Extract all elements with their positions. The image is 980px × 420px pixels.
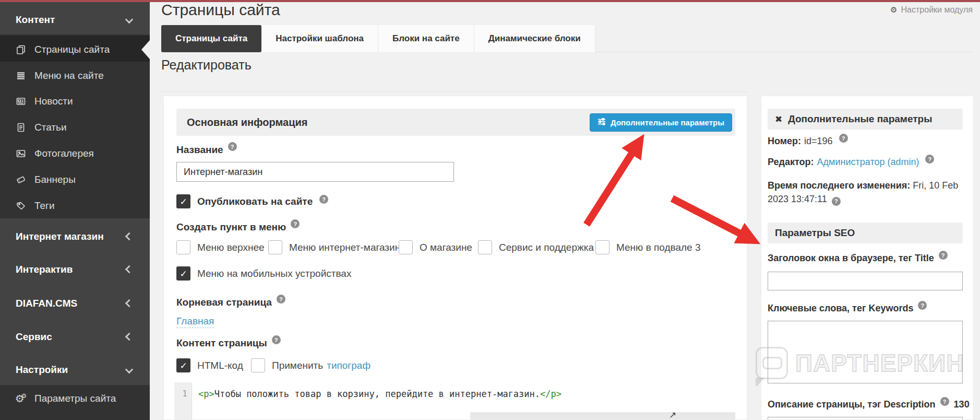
editor-user-link[interactable]: Администратор (admin) [817,157,919,168]
help-icon[interactable]: ? [925,155,934,164]
menu-option-label[interactable]: Меню интернет-магазин [289,242,400,253]
help-icon[interactable]: ? [839,134,848,143]
editor-row: Редактор: Администратор (admin) ? [768,157,934,168]
name-field-label: Название ? [176,144,237,156]
keywords-textarea[interactable] [768,321,963,383]
code-text: Чтобы положить товар в корзину, перейдит… [214,389,540,399]
subtitle-divider [161,91,747,92]
help-icon[interactable]: ? [918,301,927,310]
html-checkbox-label[interactable]: HTML-код [197,360,243,371]
article-icon [16,122,26,133]
pages-icon [16,44,26,55]
mobile-menu-row: ✓ Меню на мобильных устройствах [176,266,351,281]
tab-dynamic-blocks[interactable]: Динамические блоки [474,25,595,52]
sidebar-section-settings[interactable]: Настройки [0,363,150,377]
advanced-parameters-button[interactable]: Дополнительные параметры [590,113,732,132]
menu-option: О магазине [399,240,472,254]
sidebar-section-interactive[interactable]: Интерактив [0,262,150,277]
close-icon[interactable]: ✖ [775,114,782,124]
publish-checkbox-row: ✓ Опубликовать на сайте ? [176,194,328,208]
chevron-left-icon [125,299,134,308]
html-checkbox-group: ✓ HTML-код [176,358,243,372]
publish-label[interactable]: Опубликовать на сайте [197,196,313,207]
sidebar-item-label: Баннеры [34,174,76,185]
menu-option-label[interactable]: Сервис и поддержка [499,242,594,253]
editor-resize-bar[interactable] [470,412,735,420]
help-icon[interactable]: ? [939,251,948,260]
top-accent-strip [0,0,980,2]
sidebar-item-photo-gallery[interactable]: Фотогалерея [0,146,150,161]
code-line: <p>Чтобы положить товар в корзину, перей… [198,389,561,399]
chevron-left-icon [125,333,134,341]
html-checkbox[interactable]: ✓ [176,358,190,372]
sidebar-group-content[interactable]: Контент [0,13,150,27]
menu-option: Меню интернет-магазин [268,240,400,254]
menu-option-checkbox[interactable] [399,240,413,254]
menu-option-checkbox[interactable] [268,240,282,254]
tab-site-pages[interactable]: Страницы сайта [161,25,261,52]
sidebar-item-news[interactable]: Новости [0,94,150,109]
sidebar-item-label: Страницы сайта [34,44,110,55]
number-row: Номер: id=196 ? [768,136,848,147]
menu-options-row: Меню верхнее Меню интернет-магазин О маг… [164,240,747,255]
gallery-icon [16,148,26,159]
help-icon[interactable]: ? [291,219,300,228]
mobile-menu-checkbox[interactable]: ✓ [176,266,190,281]
sidebar-item-banners[interactable]: Баннеры [0,172,150,187]
publish-checkbox[interactable]: ✓ [176,194,190,208]
help-icon[interactable]: ? [272,335,281,344]
sidebar-section-label: Сервис [16,331,52,343]
help-icon[interactable]: ? [319,195,328,204]
help-icon[interactable]: ? [228,142,237,151]
typograf-checkbox[interactable] [251,358,265,372]
sidebar-item-label: Новости [34,96,73,107]
check-icon: ✓ [180,360,187,371]
typograf-label[interactable]: Применить [272,360,323,371]
menu-list-icon [16,71,26,81]
sidebar-section-diafan[interactable]: DIAFAN.CMS [0,296,150,311]
check-icon: ✓ [180,196,187,207]
sidebar-group-content-label: Контент [16,14,55,26]
help-icon[interactable]: ? [832,197,841,206]
menu-option-label[interactable]: Меню в подвале 3 [616,242,700,253]
sidebar-item-tags[interactable]: Теги [0,199,150,213]
keywords-field-label: Ключевые слова, тег Keywords ? [768,303,927,314]
tab-bar: Страницы сайта Настройки шаблона Блоки н… [161,25,595,52]
name-input[interactable] [176,162,454,182]
sidebar-section-service[interactable]: Сервис [0,330,150,344]
sidebar-item-label: Параметры сайта [34,393,116,404]
sidebar-section-shop[interactable]: Интернет магазин [0,229,150,244]
page-title: Страницы сайта [161,1,280,19]
help-icon[interactable]: ? [940,397,949,406]
sidebar-item-site-parameters[interactable]: ⚙⚙ Параметры сайта [0,391,150,406]
seo-section-title: Параметры SEO [775,227,855,239]
sidebar-item-site-menu[interactable]: Меню на сайте [0,68,150,83]
page-subtitle: Редактировать [161,57,252,73]
menu-option-checkbox[interactable] [478,240,492,254]
sidebar-item-label: Теги [34,200,55,212]
module-settings-button[interactable]: ⚙ Настройки модуля [890,5,973,15]
menu-option-checkbox[interactable] [595,240,609,254]
typograf-checkbox-group: Применить типограф [251,358,371,372]
sidebar-section-label: Интерактив [16,264,73,275]
main-section-title: Основная информация [187,116,307,129]
tab-site-blocks[interactable]: Блоки на сайте [378,25,474,52]
description-input[interactable] [768,417,963,420]
sidebar-item-articles[interactable]: Статьи [0,120,150,135]
number-value: id=196 [804,136,833,147]
root-page-link[interactable]: Главная [176,316,214,328]
menu-option-label[interactable]: Меню верхнее [197,242,265,253]
editor-label: Редактор: [768,157,814,168]
sidebar-item-label: Фотогалерея [34,148,94,159]
tab-template-settings[interactable]: Настройки шаблона [261,25,378,52]
menu-option-checkbox[interactable] [176,240,190,254]
modified-row: Время последнего изменения: Fri, 10 Feb … [768,179,967,206]
html-row: ✓ HTML-код Применить типограф [176,358,594,373]
mobile-menu-label[interactable]: Меню на мобильных устройствах [197,268,351,279]
expand-icon[interactable]: ↗ [669,410,676,420]
menu-option-label[interactable]: О магазине [420,242,472,253]
typograf-link[interactable]: типограф [327,360,371,371]
help-icon[interactable]: ? [277,295,285,304]
title-input[interactable] [768,272,963,290]
sidebar-item-site-pages[interactable]: Страницы сайта [0,42,150,57]
